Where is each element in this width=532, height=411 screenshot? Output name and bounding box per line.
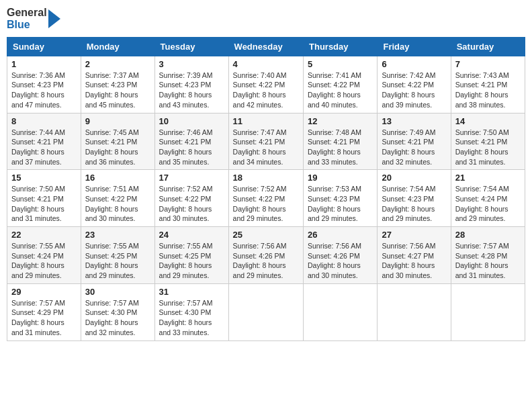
calendar-table: SundayMondayTuesdayWednesdayThursdayFrid… [7, 37, 525, 341]
day-number: 30 [85, 287, 150, 297]
day-info: Sunrise: 7:57 AMSunset: 4:30 PMDaylight:… [85, 298, 150, 338]
calendar-cell: 24Sunrise: 7:55 AMSunset: 4:25 PMDayligh… [154, 227, 228, 284]
calendar-cell: 26Sunrise: 7:56 AMSunset: 4:26 PMDayligh… [304, 227, 378, 284]
calendar-cell: 9Sunrise: 7:45 AMSunset: 4:21 PMDaylight… [81, 113, 154, 170]
day-info: Sunrise: 7:57 AMSunset: 4:29 PMDaylight:… [11, 298, 77, 338]
calendar-cell: 25Sunrise: 7:56 AMSunset: 4:26 PMDayligh… [228, 227, 303, 284]
calendar-cell: 3Sunrise: 7:39 AMSunset: 4:23 PMDaylight… [154, 56, 228, 113]
calendar-cell: 4Sunrise: 7:40 AMSunset: 4:22 PMDaylight… [228, 56, 303, 113]
day-info: Sunrise: 7:50 AMSunset: 4:21 PMDaylight:… [11, 184, 77, 224]
calendar-week-4: 22Sunrise: 7:55 AMSunset: 4:24 PMDayligh… [7, 227, 525, 284]
day-info: Sunrise: 7:44 AMSunset: 4:21 PMDaylight:… [11, 128, 77, 167]
calendar-cell: 11Sunrise: 7:47 AMSunset: 4:21 PMDayligh… [228, 113, 303, 170]
calendar-cell: 13Sunrise: 7:49 AMSunset: 4:21 PMDayligh… [378, 113, 451, 170]
day-info: Sunrise: 7:43 AMSunset: 4:21 PMDaylight:… [455, 71, 521, 110]
calendar-cell: 5Sunrise: 7:41 AMSunset: 4:22 PMDaylight… [304, 56, 378, 113]
day-number: 31 [159, 287, 224, 297]
day-number: 14 [455, 116, 521, 126]
calendar-cell: 2Sunrise: 7:37 AMSunset: 4:23 PMDaylight… [81, 56, 154, 113]
column-header-saturday: Saturday [451, 37, 525, 56]
day-number: 23 [85, 230, 150, 240]
day-number: 10 [159, 116, 224, 126]
day-number: 6 [382, 59, 446, 69]
logo-text: General Blue [7, 7, 47, 32]
day-number: 5 [308, 59, 373, 69]
calendar-cell: 6Sunrise: 7:42 AMSunset: 4:22 PMDaylight… [378, 56, 451, 113]
page-header: General Blue [7, 7, 525, 32]
logo-arrow-icon [48, 9, 60, 28]
calendar-cell: 1Sunrise: 7:36 AMSunset: 4:23 PMDaylight… [7, 56, 81, 113]
day-number: 28 [455, 230, 521, 240]
day-number: 1 [11, 59, 77, 69]
day-number: 3 [159, 59, 224, 69]
day-info: Sunrise: 7:47 AMSunset: 4:21 PMDaylight:… [233, 128, 299, 167]
calendar-cell: 7Sunrise: 7:43 AMSunset: 4:21 PMDaylight… [451, 56, 525, 113]
day-info: Sunrise: 7:36 AMSunset: 4:23 PMDaylight:… [11, 71, 77, 110]
calendar-cell: 23Sunrise: 7:55 AMSunset: 4:25 PMDayligh… [81, 227, 154, 284]
day-info: Sunrise: 7:41 AMSunset: 4:22 PMDaylight:… [308, 71, 373, 110]
day-info: Sunrise: 7:48 AMSunset: 4:21 PMDaylight:… [308, 128, 373, 167]
calendar-cell: 12Sunrise: 7:48 AMSunset: 4:21 PMDayligh… [304, 113, 378, 170]
calendar-cell: 15Sunrise: 7:50 AMSunset: 4:21 PMDayligh… [7, 170, 81, 227]
day-info: Sunrise: 7:53 AMSunset: 4:23 PMDaylight:… [308, 184, 373, 224]
day-info: Sunrise: 7:50 AMSunset: 4:21 PMDaylight:… [455, 128, 521, 167]
calendar-cell: 28Sunrise: 7:57 AMSunset: 4:28 PMDayligh… [451, 227, 525, 284]
calendar-cell: 27Sunrise: 7:56 AMSunset: 4:27 PMDayligh… [378, 227, 451, 284]
day-info: Sunrise: 7:52 AMSunset: 4:22 PMDaylight:… [233, 184, 299, 224]
calendar-cell: 31Sunrise: 7:57 AMSunset: 4:30 PMDayligh… [154, 283, 228, 340]
day-number: 13 [382, 116, 446, 126]
calendar-cell: 20Sunrise: 7:54 AMSunset: 4:23 PMDayligh… [378, 170, 451, 227]
calendar-cell [228, 283, 303, 340]
calendar-week-2: 8Sunrise: 7:44 AMSunset: 4:21 PMDaylight… [7, 113, 525, 170]
day-info: Sunrise: 7:49 AMSunset: 4:21 PMDaylight:… [382, 128, 446, 167]
day-number: 24 [159, 230, 224, 240]
day-info: Sunrise: 7:56 AMSunset: 4:27 PMDaylight:… [382, 241, 446, 281]
day-number: 9 [85, 116, 150, 126]
day-info: Sunrise: 7:56 AMSunset: 4:26 PMDaylight:… [308, 241, 373, 281]
day-number: 26 [308, 230, 373, 240]
calendar-week-5: 29Sunrise: 7:57 AMSunset: 4:29 PMDayligh… [7, 283, 525, 340]
logo: General Blue [7, 7, 60, 32]
column-header-thursday: Thursday [304, 37, 378, 56]
day-number: 19 [308, 173, 373, 183]
calendar-cell: 14Sunrise: 7:50 AMSunset: 4:21 PMDayligh… [451, 113, 525, 170]
day-info: Sunrise: 7:45 AMSunset: 4:21 PMDaylight:… [85, 128, 150, 167]
column-header-wednesday: Wednesday [228, 37, 303, 56]
day-number: 2 [85, 59, 150, 69]
calendar-cell: 8Sunrise: 7:44 AMSunset: 4:21 PMDaylight… [7, 113, 81, 170]
calendar-cell: 19Sunrise: 7:53 AMSunset: 4:23 PMDayligh… [304, 170, 378, 227]
day-number: 8 [11, 116, 77, 126]
column-header-friday: Friday [378, 37, 451, 56]
day-number: 27 [382, 230, 446, 240]
calendar-week-3: 15Sunrise: 7:50 AMSunset: 4:21 PMDayligh… [7, 170, 525, 227]
day-number: 12 [308, 116, 373, 126]
day-info: Sunrise: 7:56 AMSunset: 4:26 PMDaylight:… [233, 241, 299, 281]
day-info: Sunrise: 7:40 AMSunset: 4:22 PMDaylight:… [233, 71, 299, 110]
column-header-monday: Monday [81, 37, 154, 56]
day-number: 25 [233, 230, 299, 240]
day-number: 4 [233, 59, 299, 69]
day-number: 17 [159, 173, 224, 183]
calendar-cell: 17Sunrise: 7:52 AMSunset: 4:22 PMDayligh… [154, 170, 228, 227]
calendar-cell [378, 283, 451, 340]
day-number: 11 [233, 116, 299, 126]
day-info: Sunrise: 7:55 AMSunset: 4:24 PMDaylight:… [11, 241, 77, 281]
day-info: Sunrise: 7:39 AMSunset: 4:23 PMDaylight:… [159, 71, 224, 110]
calendar-cell: 22Sunrise: 7:55 AMSunset: 4:24 PMDayligh… [7, 227, 81, 284]
calendar-cell [451, 283, 525, 340]
logo-line1: General [7, 7, 47, 19]
calendar-cell: 16Sunrise: 7:51 AMSunset: 4:22 PMDayligh… [81, 170, 154, 227]
column-header-tuesday: Tuesday [154, 37, 228, 56]
day-info: Sunrise: 7:55 AMSunset: 4:25 PMDaylight:… [159, 241, 224, 281]
day-info: Sunrise: 7:54 AMSunset: 4:24 PMDaylight:… [455, 184, 521, 224]
calendar-cell: 10Sunrise: 7:46 AMSunset: 4:21 PMDayligh… [154, 113, 228, 170]
calendar-cell: 21Sunrise: 7:54 AMSunset: 4:24 PMDayligh… [451, 170, 525, 227]
day-info: Sunrise: 7:57 AMSunset: 4:28 PMDaylight:… [455, 241, 521, 281]
logo-line2: Blue [7, 19, 47, 31]
day-number: 15 [11, 173, 77, 183]
day-info: Sunrise: 7:55 AMSunset: 4:25 PMDaylight:… [85, 241, 150, 281]
calendar-cell: 30Sunrise: 7:57 AMSunset: 4:30 PMDayligh… [81, 283, 154, 340]
calendar-cell: 29Sunrise: 7:57 AMSunset: 4:29 PMDayligh… [7, 283, 81, 340]
day-number: 18 [233, 173, 299, 183]
day-info: Sunrise: 7:42 AMSunset: 4:22 PMDaylight:… [382, 71, 446, 110]
